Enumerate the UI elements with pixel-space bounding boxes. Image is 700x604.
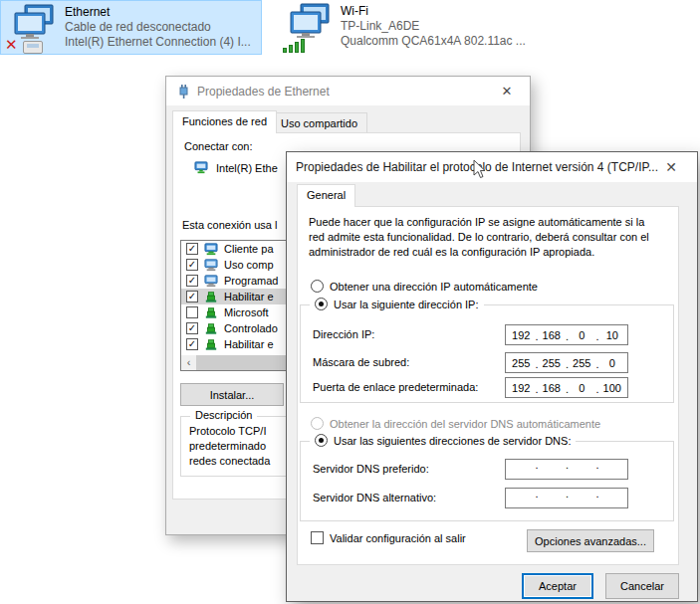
network-adapter-ethernet[interactable]: ✕ Ethernet Cable de red desconectado Int… bbox=[0, 0, 262, 55]
adapter-name: Ethernet bbox=[65, 5, 251, 20]
description-line: Protocolo TCP/I bbox=[189, 424, 270, 439]
sharing-icon bbox=[204, 259, 218, 272]
preferred-dns-field[interactable] bbox=[505, 459, 628, 480]
item-checkbox[interactable] bbox=[186, 306, 198, 318]
wifi-signal-icon bbox=[283, 39, 305, 53]
radio-icon[interactable] bbox=[311, 280, 324, 293]
close-icon[interactable]: ✕ bbox=[490, 77, 524, 105]
wifi-adapter-icon bbox=[283, 3, 333, 51]
connect-with-label: Conectar con: bbox=[184, 140, 252, 152]
item-checkbox[interactable]: ✓ bbox=[186, 291, 198, 302]
radio-icon[interactable] bbox=[315, 434, 328, 447]
item-label: Controlado bbox=[224, 322, 278, 334]
scroll-left-icon[interactable]: ‹ bbox=[181, 355, 196, 370]
client-icon bbox=[204, 243, 218, 256]
item-label: Habilitar e bbox=[224, 291, 274, 302]
description-line: predeterminado bbox=[189, 439, 270, 454]
item-label: Habilitar e bbox=[224, 338, 274, 350]
validate-settings-checkbox[interactable]: Validar configuración al salir bbox=[311, 531, 466, 544]
adapter-name-text: Intel(R) Ethe bbox=[216, 162, 278, 174]
connection-uses-label: Esta conexión usa l bbox=[182, 219, 277, 231]
disconnected-x-icon: ✕ bbox=[5, 36, 18, 54]
checkbox-icon[interactable] bbox=[311, 531, 324, 544]
ethernet-plug-icon bbox=[177, 84, 191, 100]
default-gateway-label: Puerta de enlace predeterminada: bbox=[313, 381, 478, 393]
cancel-button[interactable]: Cancelar bbox=[605, 573, 679, 599]
ip-address-label: Dirección IP: bbox=[313, 328, 374, 340]
item-label: Uso comp bbox=[224, 259, 274, 271]
radio-icon bbox=[311, 417, 324, 430]
item-checkbox[interactable]: ✓ bbox=[186, 259, 198, 271]
alternate-dns-field[interactable] bbox=[505, 488, 628, 508]
adapter-device: Qualcomm QCA61x4A 802.11ac ... bbox=[341, 34, 526, 49]
preferred-dns-label: Servidor DNS preferido: bbox=[313, 463, 429, 475]
close-icon[interactable]: ✕ bbox=[653, 152, 689, 182]
tab-funciones-de-red[interactable]: Funciones de red bbox=[172, 110, 277, 133]
ethernet-dialog-titlebar[interactable]: Propiedades de Ethernet ✕ bbox=[166, 77, 530, 105]
description-title: Descripción bbox=[190, 409, 257, 421]
radio-use-ip[interactable]: Usar la siguiente dirección IP: bbox=[310, 298, 484, 310]
item-label: Programad bbox=[224, 275, 278, 287]
default-gateway-field[interactable]: 1921680100 bbox=[505, 377, 628, 398]
item-checkbox[interactable]: ✓ bbox=[186, 243, 198, 255]
protocol-icon bbox=[204, 338, 218, 351]
radio-label: Usar la siguiente dirección IP: bbox=[334, 299, 479, 310]
radio-label: Obtener la dirección del servidor DNS au… bbox=[330, 418, 600, 430]
tcpip-dialog-titlebar[interactable]: Propiedades de Habilitar el protocolo de… bbox=[287, 152, 697, 182]
protocol-icon bbox=[204, 291, 218, 303]
adapter-device: Intel(R) Ethernet Connection (4) I... bbox=[65, 35, 251, 50]
adapter-monitor-icon bbox=[194, 161, 208, 174]
alternate-dns-label: Servidor DNS alternativo: bbox=[313, 492, 436, 503]
tab-uso-compartido[interactable]: Uso compartido bbox=[271, 112, 367, 133]
use-dns-groupbox: Usar las siguientes direcciones de servi… bbox=[300, 441, 674, 521]
adapter-name: Wi-Fi bbox=[341, 4, 526, 19]
description-line: redes conectada bbox=[189, 454, 270, 469]
tcpip-properties-dialog: Propiedades de Habilitar el protocolo de… bbox=[286, 151, 698, 602]
network-adapter-wifi[interactable]: Wi-Fi TP-Link_A6DE Qualcomm QCA61x4A 802… bbox=[277, 0, 538, 55]
rj45-connector-icon bbox=[23, 41, 43, 54]
subnet-mask-label: Máscara de subred: bbox=[313, 356, 409, 368]
ip-address-field[interactable]: 192168010 bbox=[505, 324, 628, 345]
radio-use-dns[interactable]: Usar las siguientes direcciones de servi… bbox=[310, 434, 576, 447]
item-checkbox[interactable]: ✓ bbox=[186, 322, 198, 334]
subnet-mask-field[interactable]: 2552552550 bbox=[505, 352, 628, 373]
item-checkbox[interactable]: ✓ bbox=[186, 338, 198, 350]
advanced-options-button[interactable]: Opciones avanzadas... bbox=[527, 529, 654, 552]
checkbox-label: Validar configuración al salir bbox=[330, 532, 466, 544]
radio-label: Usar las siguientes direcciones de servi… bbox=[334, 435, 571, 447]
item-checkbox[interactable]: ✓ bbox=[186, 275, 198, 287]
mouse-cursor bbox=[473, 159, 487, 180]
radio-obtain-dns-auto: Obtener la dirección del servidor DNS au… bbox=[311, 417, 600, 430]
ethernet-adapter-icon: ✕ bbox=[7, 4, 57, 52]
protocol-icon bbox=[204, 306, 218, 319]
radio-icon[interactable] bbox=[315, 298, 328, 310]
adapter-status: Cable de red desconectado bbox=[65, 20, 251, 35]
install-button[interactable]: Instalar... bbox=[180, 383, 284, 406]
intro-text: Puede hacer que la configuración IP se a… bbox=[309, 215, 649, 260]
item-label: Microsoft bbox=[224, 306, 269, 318]
accept-button[interactable]: Aceptar bbox=[522, 573, 593, 599]
radio-label: Obtener una dirección IP automáticamente bbox=[330, 281, 538, 293]
scheduler-icon bbox=[204, 275, 218, 288]
radio-obtain-ip-auto[interactable]: Obtener una dirección IP automáticamente bbox=[311, 280, 538, 293]
screen: ✕ Ethernet Cable de red desconectado Int… bbox=[0, 0, 700, 604]
item-label: Cliente pa bbox=[224, 243, 274, 255]
protocol-icon bbox=[204, 322, 218, 335]
dialog-title: Propiedades de Ethernet bbox=[197, 85, 330, 99]
adapter-row: Intel(R) Ethe bbox=[194, 161, 278, 174]
adapter-status: TP-Link_A6DE bbox=[341, 19, 526, 34]
tab-general[interactable]: General bbox=[297, 184, 355, 207]
